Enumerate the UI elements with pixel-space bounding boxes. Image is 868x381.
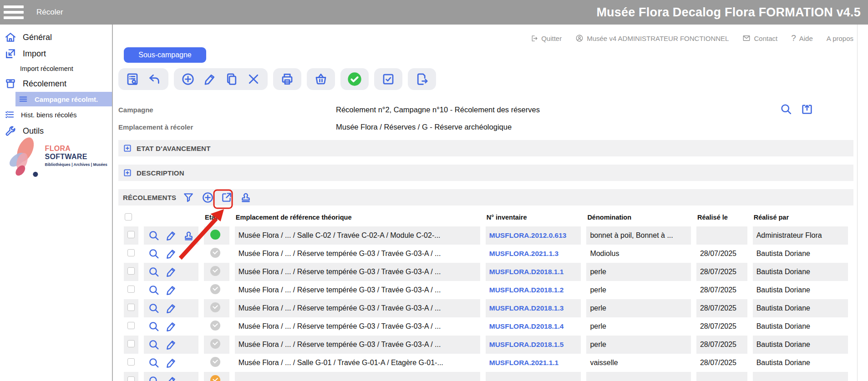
row-edit-button[interactable] [165, 375, 178, 381]
sidebar-item-label: Campagne récolmt. [35, 95, 98, 103]
search-campaign-button[interactable] [779, 102, 793, 116]
row-view-button[interactable] [147, 247, 160, 260]
sidebar-item-import[interactable]: Import [0, 45, 112, 62]
row-view-button[interactable] [147, 229, 160, 242]
sidebar-item-general[interactable]: Général [0, 29, 112, 45]
open-record-button[interactable] [800, 102, 814, 116]
row-edit-button[interactable] [165, 302, 178, 315]
row-edit-button[interactable] [165, 338, 178, 351]
inventory-number-link[interactable]: MUSFLORA.D2018.1.4 [489, 322, 564, 330]
row-view-button[interactable] [147, 375, 160, 381]
row-edit-button[interactable] [165, 266, 178, 278]
table-row[interactable]: Musée Flora / ... / Réserve tempérée G-0… [124, 317, 848, 336]
export-button[interactable] [415, 72, 429, 86]
quit-link[interactable]: Quitter [530, 35, 562, 42]
form-search-button[interactable] [125, 72, 140, 86]
row-view-button[interactable] [147, 302, 160, 315]
filter-button[interactable] [182, 190, 195, 204]
add-circle-icon [181, 72, 195, 86]
contact-link[interactable]: Contact [742, 34, 777, 42]
scrollbar-gutter[interactable] [857, 25, 868, 381]
row-view-button[interactable] [147, 320, 160, 333]
expand-plus-icon[interactable] [123, 168, 132, 177]
row-view-button[interactable] [147, 356, 160, 369]
expand-plus-icon[interactable] [123, 144, 132, 153]
inventory-number-link[interactable]: MUSFLORA.2021.1.1 [489, 359, 558, 366]
sidebar-item-hist-biens-recoles[interactable]: Hist. biens récolés [0, 107, 112, 122]
print-button[interactable] [280, 72, 294, 86]
row-checkbox[interactable] [127, 249, 135, 256]
app-brand-title: Musée Flora Decalog Flora FORMATION v4.5 [596, 5, 861, 20]
cell-emplacement: Musée Flora / ... / Réserve tempérée G-0… [235, 317, 480, 336]
table-row[interactable]: Musée Flora / ... / Réserve tempérée G-0… [124, 263, 848, 281]
inventory-number-link[interactable]: MUSFLORA.D2018.1.1 [489, 268, 564, 276]
cell-emplacement: Musée Flora / ... / Réserve tempérée G-0… [235, 299, 480, 317]
external-link-icon [221, 191, 233, 203]
inventory-number-link[interactable]: MUSFLORA.D2018.1.2 [489, 286, 564, 294]
row-checkbox[interactable] [127, 340, 135, 347]
current-user[interactable]: Musée v4 ADMINISTRATEUR FONCTIONNEL [575, 34, 729, 42]
select-all-checkbox[interactable] [125, 213, 132, 221]
row-checkbox[interactable] [127, 304, 135, 311]
table-row[interactable]: Musée Flora / ... / Réserve tempérée G-0… [124, 245, 848, 263]
row-checkbox[interactable] [127, 322, 135, 329]
inventory-number-link[interactable]: MUSFLORA.2021.1.3 [489, 250, 558, 257]
add-recolement-button[interactable] [201, 190, 214, 204]
row-checkbox[interactable] [127, 231, 135, 238]
row-edit-button[interactable] [165, 320, 178, 333]
envelope-icon [742, 34, 751, 42]
hamburger-menu-icon[interactable] [4, 5, 24, 19]
row-stamp-button[interactable] [182, 229, 195, 242]
add-button[interactable] [181, 72, 195, 86]
undo-button[interactable] [147, 72, 162, 86]
section-description[interactable]: DESCRIPTION [118, 165, 853, 181]
row-view-button[interactable] [147, 338, 160, 351]
about-link[interactable]: A propos [827, 35, 853, 42]
table-row[interactable]: Musée Flora / ... / Réserve tempérée G-0… [124, 281, 848, 299]
table-row[interactable]: Musée Flora / ... / Salle C-02 / Travée … [124, 226, 848, 245]
row-edit-button[interactable] [165, 356, 178, 369]
validate-button[interactable] [347, 72, 362, 86]
inventory-number-link[interactable]: MUSFLORA.2012.0.613 [489, 231, 567, 239]
table-row[interactable] [124, 372, 848, 381]
cell-emplacement: Musée Flora / ... / Réserve tempérée G-0… [235, 281, 480, 299]
stamp-button[interactable] [239, 190, 253, 204]
edit-pencil-icon [203, 72, 217, 86]
copy-button[interactable] [224, 72, 239, 86]
sidebar-item-label: Hist. biens récolés [21, 111, 77, 119]
table-row[interactable]: Musée Flora / ... / Réserve tempérée G-0… [124, 336, 848, 354]
tab-sous-campagne[interactable]: Sous-campagne [124, 47, 206, 63]
external-link-button[interactable] [220, 190, 233, 204]
row-view-button[interactable] [147, 266, 160, 278]
table-row[interactable]: Musée Flora / ... / Salle G-01 / Travée … [124, 354, 848, 372]
basket-button[interactable] [314, 72, 328, 86]
sidebar-item-recolement[interactable]: Récolement [0, 75, 112, 92]
validate-check-icon [347, 72, 362, 86]
help-link[interactable]: ? Aide [791, 33, 813, 43]
inventory-number-link[interactable]: MUSFLORA.D2018.1.5 [489, 341, 564, 348]
edit-button[interactable] [203, 72, 217, 86]
sidebar-item-label: Import récolement [20, 65, 73, 72]
row-edit-button[interactable] [165, 229, 178, 242]
sidebar-item-campagne-recolmt[interactable]: Campagne récolmt. [15, 92, 112, 106]
filter-icon [183, 191, 194, 203]
row-checkbox[interactable] [127, 286, 135, 293]
inventory-number-link[interactable]: MUSFLORA.D2018.1.3 [489, 304, 564, 312]
row-edit-button[interactable] [165, 284, 178, 296]
row-view-button[interactable] [147, 284, 160, 296]
row-checkbox[interactable] [127, 376, 135, 381]
recolements-table: Etat Emplacement de référence théorique … [118, 208, 853, 381]
logo-tagline: Bibliothèques | Archives | Musées [45, 162, 109, 167]
row-checkbox[interactable] [127, 358, 135, 366]
column-header-realise-le: Réalisé le [696, 208, 747, 226]
add-circle-icon [202, 191, 214, 204]
table-row[interactable]: Musée Flora / ... / Réserve tempérée G-0… [124, 299, 848, 317]
section-etat-avancement[interactable]: ETAT D'AVANCEMENT [118, 140, 853, 156]
delete-button[interactable] [246, 72, 261, 86]
cell-realise-le: 28/07/2025 [696, 281, 747, 299]
form-search-icon [126, 72, 139, 86]
sidebar-item-import-recolement[interactable]: Import récolement [0, 63, 112, 75]
row-edit-button[interactable] [165, 247, 178, 260]
row-checkbox[interactable] [127, 267, 135, 275]
check-task-button[interactable] [381, 72, 396, 86]
